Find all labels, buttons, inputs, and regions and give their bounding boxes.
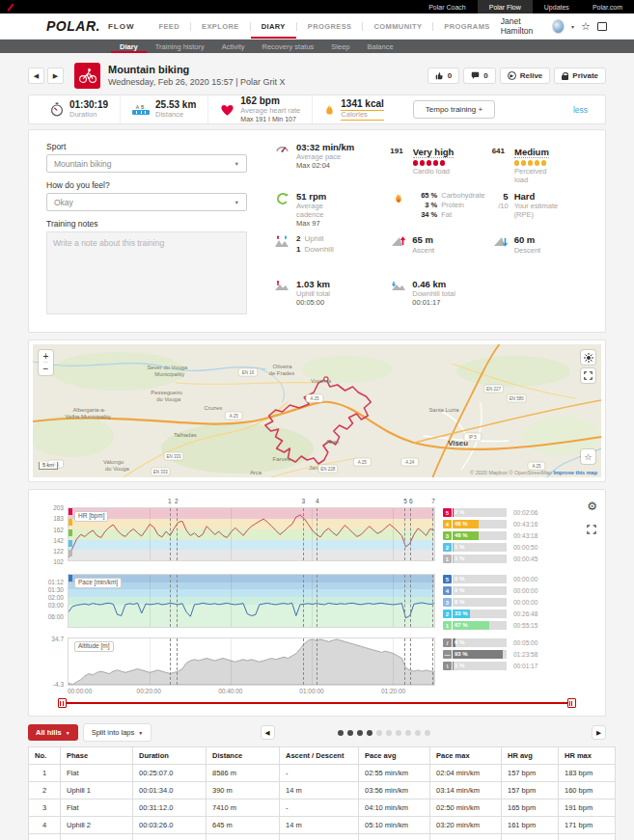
user-name[interactable]: Janet Hamilton xyxy=(501,16,546,36)
prev-session-button[interactable]: ◀ xyxy=(28,68,44,84)
comment-icon xyxy=(471,71,480,80)
topbar-polar-coach[interactable]: Polar Coach xyxy=(417,0,478,14)
nav-item-community[interactable]: COMMUNITY xyxy=(363,14,432,39)
subnav-sleep[interactable]: Sleep xyxy=(322,40,358,53)
svg-text:Abas: Abas xyxy=(326,439,339,445)
perceived-load-value: 641 xyxy=(492,147,505,155)
subnav-diary[interactable]: Diary xyxy=(111,40,147,53)
chevron-down-icon: ▼ xyxy=(234,200,239,205)
laps-pagination-dots[interactable] xyxy=(338,730,430,736)
downhill-total-icon xyxy=(390,279,406,291)
privacy-button[interactable]: Private xyxy=(554,68,606,84)
time-range-slider[interactable] xyxy=(35,697,580,710)
favorites-icon[interactable]: ☆ xyxy=(581,20,591,33)
altitude-legend: /6 %00:05:00 —93 %01:23:58 \1 %00:01:17 xyxy=(435,637,580,686)
route-map[interactable]: Sever do Vouga Municipality Pessegueiro … xyxy=(33,344,601,477)
topbar-polar-com[interactable]: Polar.com xyxy=(581,0,634,14)
nav-item-explore[interactable]: EXPLORE xyxy=(191,14,250,39)
cardio-load-dots xyxy=(413,160,455,166)
pace-zone-row: 30 %00:00:00 xyxy=(443,597,580,608)
less-link[interactable]: less xyxy=(573,105,595,115)
table-row[interactable]: 1Flat00:25:07.08586 m-02:55 min/km02:04 … xyxy=(29,765,616,782)
nav-item-diary[interactable]: DIARY xyxy=(251,14,296,39)
stat-cardio-load[interactable]: 191 Very high Cardio load xyxy=(390,142,485,187)
improve-map-link[interactable]: Improve this map xyxy=(553,470,597,475)
avatar[interactable] xyxy=(552,19,565,34)
pace-zone-row: 50 %00:00:00 xyxy=(443,574,580,584)
topbar-updates[interactable]: Updates xyxy=(533,0,581,14)
svg-text:EN 333: EN 333 xyxy=(166,454,181,459)
pagination-dot[interactable] xyxy=(396,730,401,736)
map-fullscreen-icon[interactable] xyxy=(581,368,595,383)
hr-zone-row: 448 %00:43:16 xyxy=(443,519,580,529)
hills-filter-button[interactable]: All hills▼ xyxy=(28,724,78,741)
chart-settings-gear-icon[interactable]: ⚙ xyxy=(587,500,597,513)
stat-energy-sources[interactable]: 65 %Carbohydrate 3 %Protein 34 %Fat xyxy=(390,191,485,231)
pagination-dot[interactable] xyxy=(357,730,363,736)
slider-handle-left[interactable] xyxy=(58,698,67,708)
pagination-dot[interactable] xyxy=(376,730,382,736)
subnav-balance[interactable]: Balance xyxy=(359,40,402,53)
ascent-icon xyxy=(390,234,406,247)
pagination-dot[interactable] xyxy=(386,730,392,736)
devices-icon[interactable] xyxy=(597,22,607,31)
hr-zone-legend: 52 %00:02:06 448 %00:43:16 348 %00:43:18… xyxy=(435,507,580,565)
svg-text:EN 333: EN 333 xyxy=(153,470,169,474)
pagination-dot[interactable] xyxy=(338,730,344,736)
table-row[interactable]: 2Uphill 100:01:34.0390 m14 m03:56 min/km… xyxy=(29,782,616,799)
summary-calories[interactable]: 1341 kcal Calories xyxy=(312,95,396,123)
map-attribution[interactable]: © 2020 Mapbox © OpenStreetMap Improve th… xyxy=(470,470,597,475)
next-session-button[interactable]: ▶ xyxy=(47,68,64,84)
chart-fullscreen-icon[interactable] xyxy=(587,521,596,538)
heart-icon xyxy=(220,103,234,117)
zoom-out-icon[interactable]: − xyxy=(43,363,49,375)
session-date-device: Wednesday, Feb 26, 2020 15:57 | Polar Gr… xyxy=(108,77,286,88)
map-favorite-icon[interactable]: ☆ xyxy=(581,449,595,464)
stat-cadence: 51 rpm Average cadence Max 97 xyxy=(274,191,384,231)
feel-select[interactable]: Okay ▼ xyxy=(46,193,247,211)
sport-select[interactable]: Mountain biking ▼ xyxy=(46,154,247,173)
map-compass-icon[interactable] xyxy=(581,350,595,365)
subnav-training-history[interactable]: Training history xyxy=(147,40,213,53)
hr-chart[interactable]: HR [bpm] xyxy=(68,507,435,561)
table-row[interactable]: 3Flat00:31:12.07410 m-04:10 min/km02:50 … xyxy=(29,799,616,817)
altitude-chart-label: Altitude [m] xyxy=(74,641,114,652)
hr-zone5-tab xyxy=(69,508,72,515)
session-header: ◀ ▶ Mountain biking Wednesday, Feb 26, 2… xyxy=(28,63,606,89)
topbar-polar-flow[interactable]: Polar Flow xyxy=(478,0,533,14)
zoom-in-icon[interactable]: + xyxy=(43,350,49,363)
comment-button[interactable]: 0 xyxy=(463,68,495,84)
pagination-dot[interactable] xyxy=(425,730,430,736)
chevron-down-icon[interactable]: ▾ xyxy=(571,23,574,30)
cadence-icon xyxy=(274,191,290,205)
like-button[interactable]: 0 xyxy=(427,68,459,84)
stat-perceived-load[interactable]: 641 Medium Perceived load xyxy=(492,142,588,187)
sport-label: Sport xyxy=(46,142,247,151)
training-target-button[interactable]: Tempo training + xyxy=(413,100,495,119)
split-into-laps-button[interactable]: Split into laps▼ xyxy=(83,723,152,742)
pace-chart[interactable]: Pace [min/km] xyxy=(68,574,435,628)
summary-distance: AB 25.53 km Distance xyxy=(120,95,207,123)
chevron-down-icon: ▼ xyxy=(234,161,239,167)
training-notes-input[interactable] xyxy=(46,231,247,314)
slider-handle-right[interactable] xyxy=(567,698,576,708)
subnav-recovery-status[interactable]: Recovery status xyxy=(254,40,323,53)
uphill-icon: / xyxy=(443,638,452,647)
pagination-dot[interactable] xyxy=(415,730,421,736)
pagination-dot[interactable] xyxy=(367,730,372,736)
nav-item-feed[interactable]: FEED xyxy=(148,14,190,39)
pace-zone-row: 167 %00:55:15 xyxy=(443,620,580,631)
subnav-activity[interactable]: Activity xyxy=(213,40,254,53)
map-zoom-control[interactable]: + − xyxy=(39,350,53,375)
relive-button[interactable]: ▶ Relive xyxy=(500,68,551,84)
nav-item-progress[interactable]: PROGRESS xyxy=(297,14,363,39)
altitude-chart[interactable]: Altitude [m] xyxy=(68,637,435,686)
pagination-dot[interactable] xyxy=(347,730,353,736)
table-row[interactable]: 5Flat00:21:45.06203 m-03:30 min/km02:22 … xyxy=(29,834,616,840)
laps-prev-page-button[interactable]: ◀ xyxy=(261,725,275,740)
pagination-dot[interactable] xyxy=(405,730,411,736)
nav-item-programs[interactable]: PROGRAMS xyxy=(433,14,500,39)
laps-next-page-button[interactable]: ▶ xyxy=(592,725,606,740)
polar-logo[interactable]: POLAR. FLOW xyxy=(46,14,134,39)
table-row[interactable]: 4Uphill 200:03:26.0645 m14 m05:10 min/km… xyxy=(29,817,616,834)
